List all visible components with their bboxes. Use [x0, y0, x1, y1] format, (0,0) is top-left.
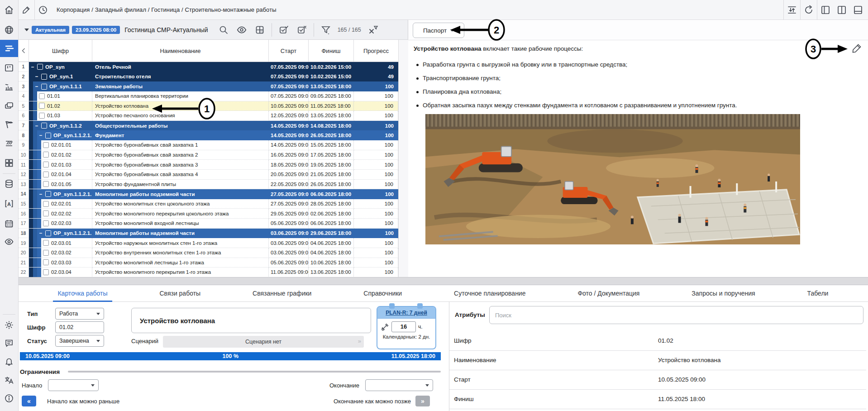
column-header-progress[interactable]: Прогресс [354, 40, 398, 62]
hatching-icon[interactable] [0, 136, 18, 152]
edit-pencil-icon-passport[interactable] [851, 43, 863, 54]
grid-row[interactable]: 1−OP_synОтель Речной07.05.2025 09:0010.0… [18, 62, 398, 72]
info-icon[interactable] [0, 390, 18, 406]
alap-button[interactable]: » [415, 396, 430, 406]
grid-row[interactable]: 601.03Устройство песчаного основания12.0… [18, 111, 398, 121]
panel-split-icon[interactable] [834, 0, 850, 20]
brightness-icon[interactable] [0, 317, 18, 333]
passport-dropdown[interactable]: Паспорт [413, 23, 464, 38]
clear-filter-icon[interactable] [366, 23, 380, 37]
row-checkbox[interactable] [43, 250, 49, 256]
row-checkbox[interactable] [41, 74, 47, 80]
row-checkbox[interactable] [43, 162, 49, 167]
hours-input[interactable]: 16 [391, 321, 416, 332]
row-checkbox[interactable] [45, 230, 51, 236]
copy-icon[interactable] [0, 98, 18, 114]
row-checkbox[interactable] [45, 133, 51, 139]
column-header-name[interactable]: Наименование [92, 40, 269, 62]
grid-icon[interactable] [0, 155, 18, 171]
edit-pencil-icon-topbar[interactable] [18, 0, 34, 20]
grid-row[interactable]: 401.01Вертикальная планировка территории… [18, 91, 398, 101]
eye-icon-sidebar[interactable] [0, 234, 18, 250]
database-icon[interactable] [0, 176, 18, 192]
search-icon[interactable] [217, 23, 230, 37]
row-checkbox[interactable] [43, 142, 49, 148]
tab-4[interactable]: Справочники [361, 285, 405, 301]
grid-row[interactable]: 2002.03.02Устройство внутренних монолитн… [18, 248, 398, 258]
row-checkbox[interactable] [37, 64, 43, 70]
grid-row[interactable]: 1902.03.01Устройство наружных монолитных… [18, 238, 398, 248]
row-checkbox[interactable] [43, 220, 49, 226]
row-checkbox[interactable] [43, 210, 49, 216]
grid-row[interactable]: 7−OP_syn.1.1.2Общестроительные работы14.… [18, 121, 398, 131]
row-checkbox[interactable] [43, 259, 49, 265]
chat-icon[interactable] [0, 335, 18, 351]
tab-1[interactable]: Карточка работы [55, 285, 110, 301]
schedule-caret-icon[interactable] [24, 29, 29, 31]
row-checkbox[interactable] [39, 103, 45, 109]
tab-2[interactable]: Связи работы [157, 285, 203, 301]
collapse-toggle-icon[interactable]: − [34, 74, 39, 79]
grid-row[interactable]: 1302.01.05Устройство фундаментной плиты2… [18, 180, 398, 190]
grid-row[interactable]: 18−OP_syn.1.1.2.1.Монолитные работы надз… [18, 229, 398, 239]
sort-rows-icon[interactable] [784, 0, 800, 20]
home-icon[interactable] [0, 2, 18, 18]
breadcrumb[interactable]: Корпорация / Западный филиал / Гостиница… [57, 6, 277, 13]
grid-row[interactable]: 2−OP_syn.1Строительство отеля07.05.2025 … [18, 72, 398, 82]
horizontal-splitter[interactable] [18, 277, 868, 285]
filter-icon[interactable] [319, 23, 333, 37]
asap-button[interactable]: « [22, 396, 36, 406]
flag-icon[interactable] [0, 117, 18, 133]
row-checkbox[interactable] [45, 191, 51, 197]
status-select[interactable]: Завершена [55, 335, 104, 347]
check-all-icon[interactable] [277, 23, 291, 37]
scenario-field[interactable]: Сценария нет » [163, 336, 364, 348]
end-constraint-select[interactable] [365, 379, 433, 391]
refresh-icon[interactable] [801, 0, 817, 20]
grid-row[interactable]: 1702.02.03Устройство монолитной входной … [18, 219, 398, 229]
grid-row[interactable]: 1002.01.02Устройство буронабивных свай з… [18, 150, 398, 160]
panel-bottom-icon[interactable] [850, 0, 866, 20]
vertical-scrollbar[interactable] [398, 40, 409, 277]
tab-7[interactable]: Запросы и поручения [689, 285, 758, 301]
collapse-toggle-icon[interactable]: − [38, 191, 43, 197]
globe-icon[interactable] [0, 22, 18, 38]
text-style-icon[interactable]: A [0, 196, 18, 212]
tab-8[interactable]: Табели [805, 285, 831, 301]
grid-row[interactable]: 902.01.01Устройство буронабивных свай за… [18, 140, 398, 150]
grid-row[interactable]: 501.02Устройство котлована10.05.2025 09:… [18, 101, 398, 111]
grid-row[interactable]: 1202.01.04Устройство буронабивных свай з… [18, 170, 398, 180]
tab-6[interactable]: Фото / Документация [575, 285, 642, 301]
grid-row[interactable]: 3−OP_syn.1.1.1Земляные работы07.05.2025 … [18, 81, 398, 91]
sidebar-item-gantt-active[interactable] [0, 40, 18, 57]
column-header-code[interactable]: Шифр [29, 40, 92, 62]
collapse-toggle-icon[interactable]: − [38, 133, 43, 138]
work-name-input[interactable]: Устройство котлована [131, 308, 371, 333]
panel-layout-icon[interactable] [253, 23, 267, 37]
grid-row[interactable]: 1102.01.03Устройство буронабивных свай з… [18, 160, 398, 170]
row-checkbox[interactable] [43, 172, 49, 177]
row-checkbox[interactable] [41, 123, 47, 129]
grid-row[interactable]: 2102.03.03Устройство монолитной лестницы… [18, 258, 398, 268]
collapse-toggle-icon[interactable]: − [30, 64, 35, 70]
start-constraint-select[interactable] [48, 379, 99, 391]
grid-row[interactable]: 2202.03.04Устройство монолитного перекры… [18, 268, 398, 277]
collapse-panel-icon[interactable] [18, 40, 29, 62]
bell-icon[interactable] [0, 354, 18, 370]
row-checkbox[interactable] [43, 269, 49, 275]
collapse-toggle-icon[interactable]: − [38, 230, 43, 236]
row-checkbox[interactable] [43, 240, 49, 246]
grid-row[interactable]: 1602.02.02Устройство монолитного перекры… [18, 209, 398, 219]
type-select[interactable]: Работа [55, 308, 104, 320]
tab-5[interactable]: Суточное планирование [451, 285, 528, 301]
row-checkbox[interactable] [43, 152, 49, 158]
eye-icon-toolbar[interactable] [235, 23, 248, 37]
row-checkbox[interactable] [39, 113, 45, 119]
collapse-toggle-icon[interactable]: − [34, 84, 39, 89]
kanban-icon[interactable] [0, 60, 18, 76]
uncheck-all-icon[interactable] [295, 23, 309, 37]
translate-icon[interactable] [0, 372, 18, 388]
scenario-open-icon[interactable]: » [358, 338, 361, 344]
column-header-start[interactable]: Старт [269, 40, 309, 62]
grid-row[interactable]: 8−OP_syn.1.1.2.1.Фундамент14.05.2025 09:… [18, 130, 398, 140]
